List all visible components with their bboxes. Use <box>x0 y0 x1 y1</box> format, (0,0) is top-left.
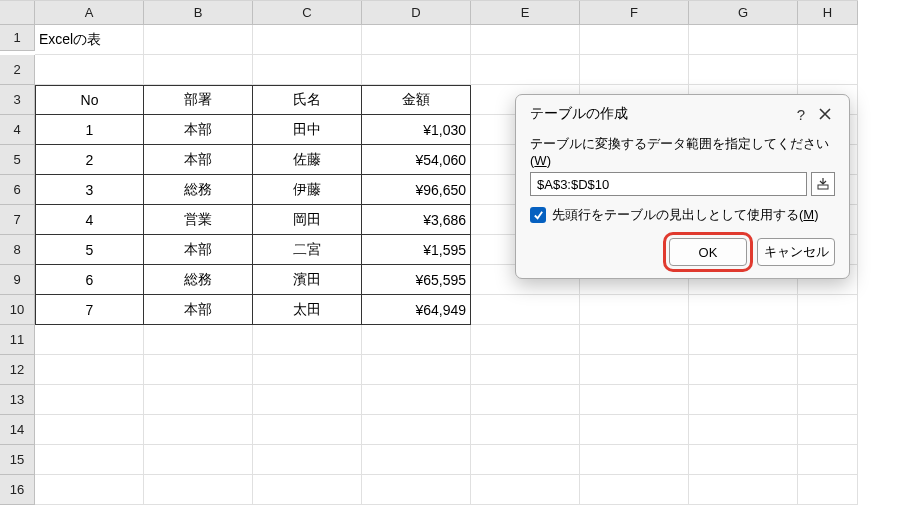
cell-B4[interactable]: 本部 <box>144 115 253 145</box>
row-header-3[interactable]: 3 <box>0 85 35 115</box>
col-header-D[interactable]: D <box>362 1 471 25</box>
cell-C3[interactable]: 氏名 <box>253 85 362 115</box>
row-header-16[interactable]: 16 <box>0 475 35 505</box>
cell-C10[interactable]: 太田 <box>253 295 362 325</box>
cell-B12[interactable] <box>144 355 253 385</box>
row-header-15[interactable]: 15 <box>0 445 35 475</box>
cell-D9[interactable]: ¥65,595 <box>362 265 471 295</box>
cell-C12[interactable] <box>253 355 362 385</box>
cell-C14[interactable] <box>253 415 362 445</box>
help-button[interactable]: ? <box>789 103 813 125</box>
col-header-C[interactable]: C <box>253 1 362 25</box>
cell-G14[interactable] <box>689 415 798 445</box>
cell-E14[interactable] <box>471 415 580 445</box>
cell-E15[interactable] <box>471 445 580 475</box>
cell-B3[interactable]: 部署 <box>144 85 253 115</box>
cell-E1[interactable] <box>471 25 580 55</box>
cell-F15[interactable] <box>580 445 689 475</box>
cell-G16[interactable] <box>689 475 798 505</box>
cell-A2[interactable] <box>35 55 144 85</box>
cell-F16[interactable] <box>580 475 689 505</box>
close-button[interactable] <box>813 103 837 125</box>
range-input[interactable] <box>530 172 807 196</box>
cell-H15[interactable] <box>798 445 858 475</box>
row-header-14[interactable]: 14 <box>0 415 35 445</box>
cell-H13[interactable] <box>798 385 858 415</box>
col-header-H[interactable]: H <box>798 1 858 25</box>
cell-E13[interactable] <box>471 385 580 415</box>
cell-D14[interactable] <box>362 415 471 445</box>
row-header-10[interactable]: 10 <box>0 295 35 325</box>
ok-button[interactable]: OK <box>669 238 747 266</box>
row-header-4[interactable]: 4 <box>0 115 35 145</box>
cell-H11[interactable] <box>798 325 858 355</box>
cancel-button[interactable]: キャンセル <box>757 238 835 266</box>
cell-D8[interactable]: ¥1,595 <box>362 235 471 265</box>
cell-C1[interactable] <box>253 25 362 55</box>
cell-D2[interactable] <box>362 55 471 85</box>
cell-E10[interactable] <box>471 295 580 325</box>
row-header-8[interactable]: 8 <box>0 235 35 265</box>
header-row-checkbox-row[interactable]: 先頭行をテーブルの見出しとして使用する(M) <box>530 206 835 224</box>
cell-C15[interactable] <box>253 445 362 475</box>
cell-A7[interactable]: 4 <box>35 205 144 235</box>
cell-F14[interactable] <box>580 415 689 445</box>
cell-A1[interactable]: Excelの表 <box>35 25 144 55</box>
cell-A6[interactable]: 3 <box>35 175 144 205</box>
row-header-5[interactable]: 5 <box>0 145 35 175</box>
cell-F1[interactable] <box>580 25 689 55</box>
cell-A12[interactable] <box>35 355 144 385</box>
cell-A13[interactable] <box>35 385 144 415</box>
cell-D7[interactable]: ¥3,686 <box>362 205 471 235</box>
cell-D13[interactable] <box>362 385 471 415</box>
cell-B10[interactable]: 本部 <box>144 295 253 325</box>
cell-H2[interactable] <box>798 55 858 85</box>
row-header-12[interactable]: 12 <box>0 355 35 385</box>
cell-C4[interactable]: 田中 <box>253 115 362 145</box>
cell-G1[interactable] <box>689 25 798 55</box>
select-all-corner[interactable] <box>0 1 35 25</box>
cell-H10[interactable] <box>798 295 858 325</box>
cell-A10[interactable]: 7 <box>35 295 144 325</box>
cell-B6[interactable]: 総務 <box>144 175 253 205</box>
cell-G12[interactable] <box>689 355 798 385</box>
cell-D11[interactable] <box>362 325 471 355</box>
row-header-7[interactable]: 7 <box>0 205 35 235</box>
range-selector-button[interactable] <box>811 172 835 196</box>
cell-B8[interactable]: 本部 <box>144 235 253 265</box>
cell-D15[interactable] <box>362 445 471 475</box>
cell-G13[interactable] <box>689 385 798 415</box>
cell-E11[interactable] <box>471 325 580 355</box>
cell-C9[interactable]: 濱田 <box>253 265 362 295</box>
col-header-G[interactable]: G <box>689 1 798 25</box>
cell-A16[interactable] <box>35 475 144 505</box>
cell-G2[interactable] <box>689 55 798 85</box>
cell-D4[interactable]: ¥1,030 <box>362 115 471 145</box>
cell-E2[interactable] <box>471 55 580 85</box>
cell-C7[interactable]: 岡田 <box>253 205 362 235</box>
cell-B2[interactable] <box>144 55 253 85</box>
cell-A15[interactable] <box>35 445 144 475</box>
cell-H16[interactable] <box>798 475 858 505</box>
cell-B16[interactable] <box>144 475 253 505</box>
header-checkbox[interactable] <box>530 207 546 223</box>
cell-D5[interactable]: ¥54,060 <box>362 145 471 175</box>
row-header-11[interactable]: 11 <box>0 325 35 355</box>
cell-C6[interactable]: 伊藤 <box>253 175 362 205</box>
cell-G15[interactable] <box>689 445 798 475</box>
cell-F11[interactable] <box>580 325 689 355</box>
cell-B5[interactable]: 本部 <box>144 145 253 175</box>
cell-D1[interactable] <box>362 25 471 55</box>
cell-F10[interactable] <box>580 295 689 325</box>
cell-D16[interactable] <box>362 475 471 505</box>
cell-A3[interactable]: No <box>35 85 144 115</box>
cell-F2[interactable] <box>580 55 689 85</box>
cell-H12[interactable] <box>798 355 858 385</box>
cell-A4[interactable]: 1 <box>35 115 144 145</box>
cell-C13[interactable] <box>253 385 362 415</box>
cell-F13[interactable] <box>580 385 689 415</box>
cell-C8[interactable]: 二宮 <box>253 235 362 265</box>
col-header-A[interactable]: A <box>35 1 144 25</box>
cell-A8[interactable]: 5 <box>35 235 144 265</box>
cell-C16[interactable] <box>253 475 362 505</box>
